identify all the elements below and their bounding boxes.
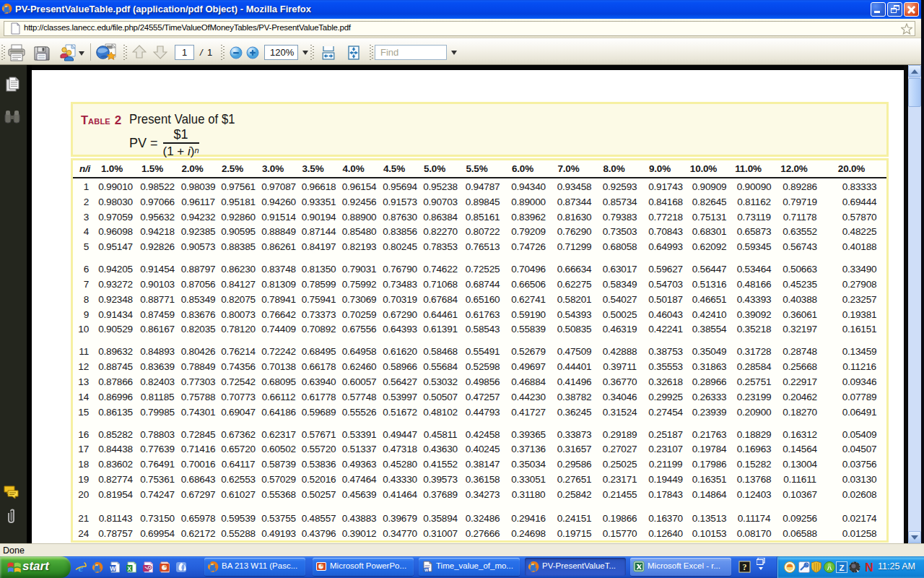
svg-text:?: ? <box>743 562 747 572</box>
svg-text:N: N <box>865 561 873 573</box>
svg-text:W: W <box>424 568 429 572</box>
svg-text:W: W <box>110 565 116 572</box>
svg-text:X: X <box>127 565 131 572</box>
svg-text:Z: Z <box>839 564 844 572</box>
